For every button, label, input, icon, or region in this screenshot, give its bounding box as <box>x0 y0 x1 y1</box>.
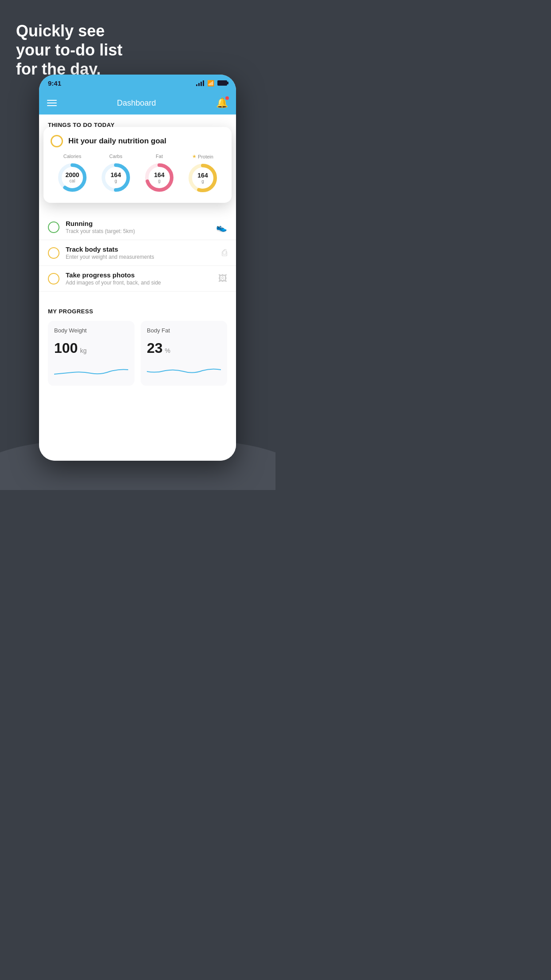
todo-item-running[interactable]: Running Track your stats (target: 5km) 👟 <box>39 214 236 240</box>
fat-donut: 164 g <box>143 162 175 194</box>
progress-cards: Body Weight 100 kg Body Fat 23 % <box>48 321 227 386</box>
macro-fat: Fat 164 g <box>143 154 175 194</box>
calories-donut: 2000 cal <box>56 162 88 194</box>
protein-label: ★ Protein <box>192 154 213 159</box>
phone-content: THINGS TO DO TODAY Hit your daily nutrit… <box>39 115 236 461</box>
todo-list: Running Track your stats (target: 5km) 👟… <box>39 214 236 292</box>
todo-item-body-stats[interactable]: Track body stats Enter your weight and m… <box>39 240 236 266</box>
nutrition-card: Hit your daily nutrition goal Calories 2… <box>43 127 232 203</box>
todo-item-photos[interactable]: Take progress photos Add images of your … <box>39 266 236 292</box>
protein-donut: 164 g <box>187 162 219 194</box>
headline-line1: Quickly see <box>16 22 105 40</box>
nav-title: Dashboard <box>117 99 156 108</box>
macro-calories: Calories 2000 cal <box>56 154 88 194</box>
status-time: 9:41 <box>48 79 61 87</box>
progress-section: MY PROGRESS Body Weight 100 kg Body Fat <box>39 301 236 393</box>
running-subtitle: Track your stats (target: 5km) <box>66 228 210 234</box>
status-bar: 9:41 📶 <box>39 75 236 91</box>
macro-protein: ★ Protein 164 g <box>187 154 219 194</box>
body-fat-label: Body Fat <box>147 327 221 334</box>
nutrition-check-circle[interactable] <box>51 135 63 147</box>
photos-text: Take progress photos Add images of your … <box>66 271 212 286</box>
bodystats-text: Track body stats Enter your weight and m… <box>66 245 216 260</box>
photos-subtitle: Add images of your front, back, and side <box>66 280 212 286</box>
progress-section-title: MY PROGRESS <box>48 308 227 315</box>
app-headline: Quickly see your to-do list for the day. <box>16 21 122 79</box>
body-weight-number: 100 <box>54 340 78 356</box>
scale-icon: ⎙ <box>222 248 227 258</box>
status-icons: 📶 <box>196 80 227 87</box>
wifi-icon: 📶 <box>207 80 214 87</box>
running-title: Running <box>66 220 210 227</box>
body-fat-card[interactable]: Body Fat 23 % <box>141 321 227 386</box>
body-weight-unit: kg <box>80 347 87 354</box>
body-fat-unit: % <box>165 347 170 354</box>
notification-dot <box>225 96 229 100</box>
photos-circle <box>48 273 59 285</box>
macro-carbs: Carbs 164 g <box>100 154 132 194</box>
running-circle <box>48 221 59 233</box>
battery-icon <box>217 80 227 86</box>
body-weight-card[interactable]: Body Weight 100 kg <box>48 321 134 386</box>
nutrition-card-header: Hit your daily nutrition goal <box>51 135 224 147</box>
nutrition-card-title: Hit your daily nutrition goal <box>68 137 166 146</box>
body-fat-chart <box>147 362 221 378</box>
notification-button[interactable]: 🔔 <box>216 97 228 109</box>
bodystats-subtitle: Enter your weight and measurements <box>66 254 216 260</box>
running-text: Running Track your stats (target: 5km) <box>66 220 210 234</box>
body-weight-value: 100 kg <box>54 340 128 356</box>
carbs-donut: 164 g <box>100 162 132 194</box>
body-weight-label: Body Weight <box>54 327 128 334</box>
bodystats-circle <box>48 247 59 259</box>
protein-star-icon: ★ <box>192 154 197 159</box>
bodystats-title: Track body stats <box>66 245 216 253</box>
menu-button[interactable] <box>47 100 57 106</box>
nav-bar: Dashboard 🔔 <box>39 91 236 115</box>
photos-title: Take progress photos <box>66 271 212 279</box>
headline-line2: your to-do list <box>16 41 122 59</box>
phone-mockup: 9:41 📶 Dashboard 🔔 THINGS TO DO TODAY <box>39 75 236 461</box>
carbs-label: Carbs <box>109 154 122 159</box>
body-fat-value: 23 % <box>147 340 221 356</box>
photo-icon: 🖼 <box>218 273 227 284</box>
signal-icon <box>196 80 204 86</box>
calories-label: Calories <box>63 154 81 159</box>
body-weight-chart <box>54 362 128 378</box>
fat-label: Fat <box>156 154 163 159</box>
body-fat-number: 23 <box>147 340 163 356</box>
shoe-icon: 👟 <box>216 222 227 233</box>
nutrition-circles: Calories 2000 cal Carbs <box>51 154 224 194</box>
